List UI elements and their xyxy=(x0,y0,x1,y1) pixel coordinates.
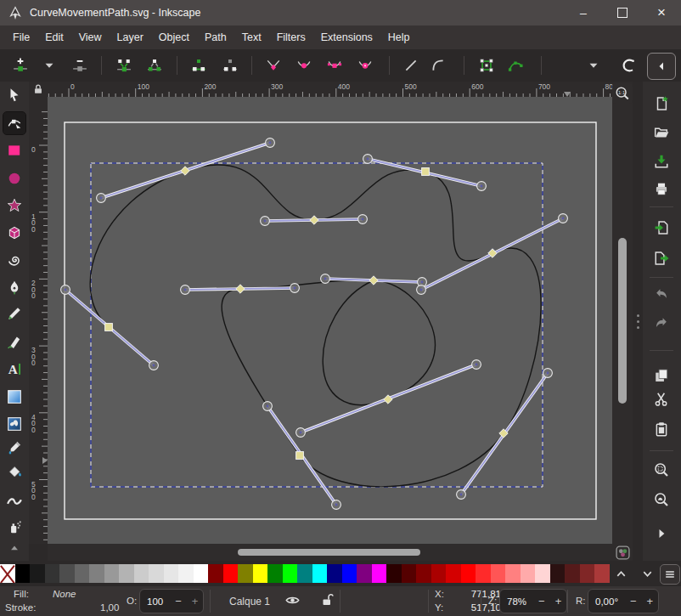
control-handle-dot[interactable] xyxy=(421,281,424,284)
control-handle-dot[interactable] xyxy=(460,494,463,496)
palette-swatch-800080[interactable] xyxy=(357,564,372,583)
palette-swatch-f2f2f2[interactable] xyxy=(178,564,194,583)
break-nodes-button[interactable] xyxy=(143,54,166,77)
node-corner-button[interactable] xyxy=(262,54,285,77)
palette-swatch-d9d9d9[interactable] xyxy=(149,564,164,583)
control-handle-dot[interactable] xyxy=(420,289,423,291)
delete-node-button[interactable] xyxy=(68,54,92,77)
palette-scroll-down-button[interactable] xyxy=(638,564,656,583)
spiral-tool[interactable] xyxy=(3,249,25,271)
palette-swatch-008000[interactable] xyxy=(267,564,283,583)
palette-swatch-ff5555[interactable] xyxy=(491,564,506,583)
opacity-spinbox[interactable]: 100 − + xyxy=(139,589,204,613)
more-commands-button[interactable] xyxy=(651,523,672,544)
palette-swatch-e6e6e6[interactable] xyxy=(164,564,179,583)
control-handle-dot[interactable] xyxy=(267,405,269,408)
rotation-value[interactable]: 0,00° xyxy=(588,596,625,607)
close-button[interactable]: × xyxy=(642,0,681,25)
paint-bucket-tool[interactable] xyxy=(3,461,25,483)
palette-swatch-ff0000[interactable] xyxy=(461,564,476,583)
control-handle-dot[interactable] xyxy=(153,365,155,367)
x-coord-dropdown-button[interactable] xyxy=(582,54,605,77)
spray-tool[interactable] xyxy=(3,516,25,538)
zoom-decrease-button[interactable]: − xyxy=(533,595,550,608)
menu-view[interactable]: View xyxy=(71,28,110,47)
save-document-button[interactable] xyxy=(651,151,672,172)
join-nodes-button[interactable] xyxy=(112,54,136,77)
rectangle-tool[interactable] xyxy=(3,139,25,161)
undo-button[interactable] xyxy=(651,284,672,304)
palette-swatch-ffaaaa[interactable] xyxy=(521,564,536,583)
control-handle-dot[interactable] xyxy=(100,197,103,200)
stroke-to-path-button[interactable] xyxy=(504,54,527,77)
palette-swatch-ff8080[interactable] xyxy=(505,564,521,583)
pen-tool[interactable] xyxy=(3,276,25,298)
opacity-value[interactable]: 100 xyxy=(140,596,170,607)
palette-swatch-ff00ff[interactable] xyxy=(372,564,387,583)
menu-text[interactable]: Text xyxy=(234,28,269,47)
palette-swatch-d40000[interactable] xyxy=(446,564,461,583)
maximize-button[interactable] xyxy=(603,0,642,25)
delete-segment-button[interactable] xyxy=(218,54,242,77)
path-node-square[interactable] xyxy=(105,324,113,331)
control-handle-dot[interactable] xyxy=(324,278,327,280)
palette-swatch-000000[interactable] xyxy=(15,564,31,583)
palette-scroll-up-button[interactable] xyxy=(611,564,630,583)
palette-swatch-none[interactable] xyxy=(0,564,15,583)
control-handle-dot[interactable] xyxy=(300,432,302,434)
menu-object[interactable]: Object xyxy=(151,28,197,47)
horizontal-scrollbar[interactable] xyxy=(48,544,612,561)
palette-swatch-800000[interactable] xyxy=(208,564,223,583)
palette-swatch-1a1a1a[interactable] xyxy=(30,564,45,583)
control-handle-dot[interactable] xyxy=(184,289,187,291)
horizontal-ruler[interactable]: 0100200300400500600700800 xyxy=(48,82,633,97)
control-handle-dot[interactable] xyxy=(547,372,549,375)
rotation-decrease-button[interactable]: − xyxy=(625,595,642,608)
palette-swatch-550000[interactable] xyxy=(402,564,417,583)
menu-path[interactable]: Path xyxy=(197,28,234,47)
join-with-segment-button[interactable] xyxy=(187,54,211,77)
object-to-path-button[interactable] xyxy=(475,54,498,77)
path-node-square[interactable] xyxy=(422,168,430,176)
text-tool[interactable]: A xyxy=(3,358,25,380)
dropper-tool[interactable] xyxy=(3,437,25,459)
fill-value[interactable]: None xyxy=(53,589,76,599)
menu-extensions[interactable]: Extensions xyxy=(313,28,380,47)
opacity-increase-button[interactable]: + xyxy=(187,595,204,608)
rotation-spinbox[interactable]: 0,00° − + xyxy=(588,589,659,613)
palette-swatch-b3b3b3[interactable] xyxy=(119,564,134,583)
opacity-decrease-button[interactable]: − xyxy=(170,595,187,608)
cut-button[interactable] xyxy=(651,389,672,410)
palette-swatch-802626[interactable] xyxy=(580,564,595,583)
star-tool[interactable] xyxy=(3,195,25,217)
zoom-to-drawing-button[interactable] xyxy=(651,489,672,510)
node-tool[interactable] xyxy=(3,112,25,134)
tweak-tool[interactable] xyxy=(3,490,25,512)
ellipse-tool[interactable] xyxy=(3,167,25,189)
control-handle-dot[interactable] xyxy=(264,220,267,223)
palette-swatch-008080[interactable] xyxy=(297,564,312,583)
layer-unlock-icon[interactable] xyxy=(321,592,335,607)
palette-swatch-000080[interactable] xyxy=(327,564,342,583)
palette-swatch-cccccc[interactable] xyxy=(134,564,149,583)
layer-visibility-eye-icon[interactable] xyxy=(285,593,300,608)
control-handle-dot[interactable] xyxy=(269,142,272,144)
zoom-1-1-button[interactable]: 1:1 xyxy=(612,83,633,104)
calligraphy-tool[interactable] xyxy=(3,331,25,353)
box-3d-tool[interactable] xyxy=(3,222,25,244)
control-handle-dot[interactable] xyxy=(294,287,296,290)
control-handle-dot[interactable] xyxy=(362,218,364,221)
control-handle-dot[interactable] xyxy=(476,364,478,366)
segment-line-button[interactable] xyxy=(399,54,423,77)
node-auto-smooth-button[interactable] xyxy=(353,54,377,77)
menu-layer[interactable]: Layer xyxy=(110,28,151,47)
print-document-button[interactable] xyxy=(651,178,672,199)
palette-swatch-00ffff[interactable] xyxy=(312,564,328,583)
canvas[interactable] xyxy=(48,97,612,544)
vertical-scrollbar-handle[interactable] xyxy=(618,238,627,404)
menu-file[interactable]: File xyxy=(5,28,37,47)
palette-swatch-2b0000[interactable] xyxy=(386,564,402,583)
minimize-button[interactable]: – xyxy=(564,0,603,25)
new-document-button[interactable] xyxy=(651,93,672,114)
palette-swatch-ff2a2a[interactable] xyxy=(476,564,491,583)
